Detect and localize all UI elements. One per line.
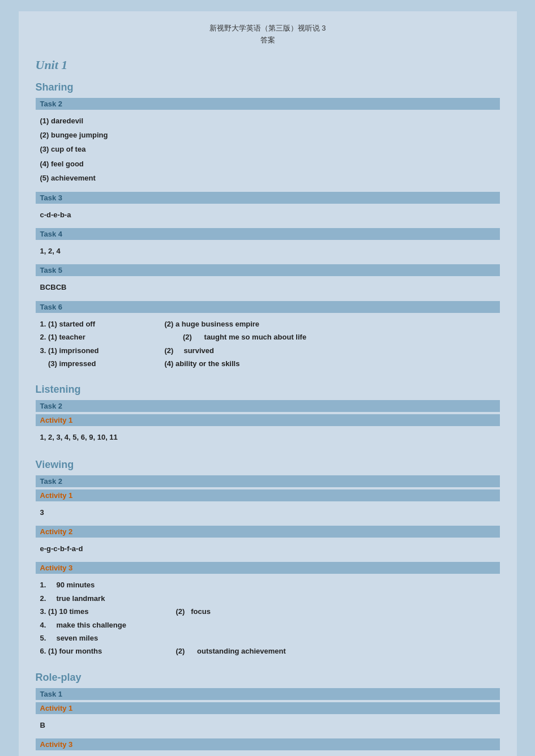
sharing-task2-bar: Task 2 [36,98,500,110]
header-line1: 新视野大学英语（第三版）视听说 3 [36,23,500,35]
viewing-act1-answers: 3 [36,504,500,526]
section-roleplay: Role-play [36,672,500,684]
sharing-task5-bar: Task 5 [36,264,500,276]
listening-act1-bar: Activity 1 [36,414,500,426]
table-row: 1. 90 minutes [40,578,495,591]
viewing-act3-bar: Activity 3 [36,562,500,574]
sharing-task4-bar: Task 4 [36,228,500,240]
viewing-task2-bar: Task 2 [36,475,500,487]
roleplay-act1-answers: B [36,716,500,738]
table-row: 2. true landmark [40,592,495,605]
sharing-task2-answers: (1) daredevil (2) bungee jumping (3) cup… [36,112,500,192]
table-row: 3. (1) imprisoned (2) survived [40,344,495,357]
sharing-task4-answers: 1, 2, 4 [36,242,500,264]
viewing-act3-table: 1. 90 minutes 2. true landmark 3. (1) 10… [40,578,495,658]
roleplay-act3-answers: 1. Like I said 2. having said that 3. Th… [36,753,500,756]
section-listening: Listening [36,384,500,396]
header-line2: 答案 [36,35,500,46]
page: 新视野大学英语（第三版）视听说 3 答案 Unit 1 Sharing Task… [19,11,517,756]
table-row: 2. (1) teacher (2) taught me so much abo… [40,330,495,343]
table-row: 3. (1) 10 times (2) focus [40,605,495,618]
unit-title: Unit 1 [36,58,500,72]
listening-act1-answers: 1, 2, 3, 4, 5, 6, 9, 10, 11 [36,428,500,450]
roleplay-task1-bar: Task 1 [36,688,500,700]
sharing-task3-bar: Task 3 [36,192,500,204]
task6-table: 1. (1) started off (2) a huge business e… [40,317,495,371]
roleplay-act1-bar: Activity 1 [36,702,500,714]
roleplay-act3-bar: Activity 3 [36,738,500,750]
table-row: (3) impressed (4) ability or the skills [40,357,495,370]
table-row: 6. (1) four months (2) outstanding achie… [40,645,495,658]
sharing-task6-bar: Task 6 [36,301,500,313]
table-row: 1. (1) started off (2) a huge business e… [40,317,495,330]
table-row: 5. seven miles [40,632,495,645]
viewing-act2-answers: e-g-c-b-f-a-d [36,540,500,562]
sharing-task3-answers: c-d-e-b-a [36,206,500,228]
viewing-act2-bar: Activity 2 [36,526,500,538]
table-row: 4. make this challenge [40,618,495,632]
section-sharing: Sharing [36,81,500,93]
sharing-task6-answers: 1. (1) started off (2) a huge business e… [36,315,500,376]
viewing-act3-answers: 1. 90 minutes 2. true landmark 3. (1) 10… [36,576,500,663]
page-header: 新视野大学英语（第三版）视听说 3 答案 [36,23,500,46]
listening-task2-bar: Task 2 [36,400,500,412]
section-viewing: Viewing [36,459,500,471]
sharing-task5-answers: BCBCB [36,278,500,300]
viewing-act1-bar: Activity 1 [36,489,500,501]
